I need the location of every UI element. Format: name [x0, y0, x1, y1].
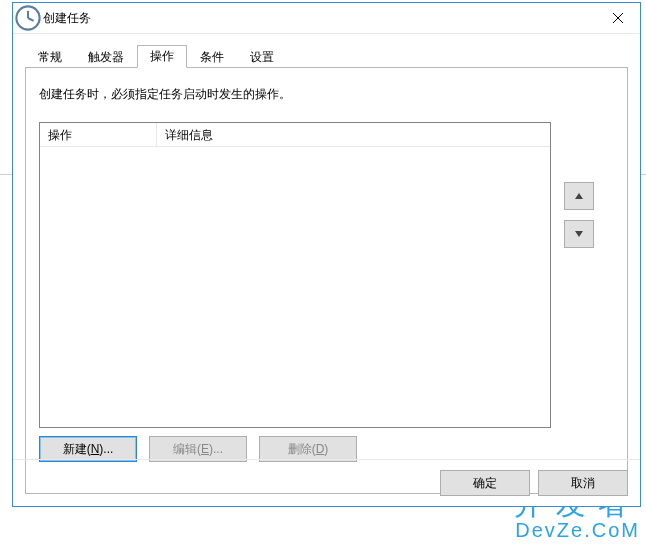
edit-button-pre: 编辑( [173, 441, 201, 458]
dialog-title: 创建任务 [43, 9, 595, 27]
close-button[interactable] [595, 3, 640, 33]
chevron-up-icon [575, 193, 583, 199]
tab-actions[interactable]: 操作 [137, 45, 187, 68]
actions-list[interactable]: 操作 详细信息 [39, 122, 551, 428]
panel-hint: 创建任务时，必须指定任务启动时发生的操作。 [39, 86, 291, 103]
delete-button-key: D [316, 442, 325, 456]
tab-strip: 常规 触发器 操作 条件 设置 [25, 46, 628, 68]
col-action[interactable]: 操作 [40, 123, 156, 146]
svg-marker-5 [575, 193, 583, 199]
new-button-post: )... [99, 442, 113, 456]
svg-marker-6 [575, 231, 583, 237]
delete-button-pre: 删除( [288, 441, 316, 458]
new-button-key: N [91, 442, 100, 456]
tab-conditions[interactable]: 条件 [187, 46, 237, 68]
actions-list-header: 操作 详细信息 [40, 123, 550, 147]
chevron-down-icon [575, 231, 583, 237]
ok-button[interactable]: 确定 [440, 470, 530, 496]
dialog-body: 常规 触发器 操作 条件 设置 创建任务时，必须指定任务启动时发生的操作。 操作… [13, 34, 640, 506]
close-icon [613, 13, 623, 23]
dialog-footer: 确定 取消 [13, 459, 640, 506]
create-task-dialog: 创建任务 常规 触发器 操作 条件 设置 创建任务时，必须指定任务启动时发生的操… [12, 2, 641, 507]
svg-line-2 [28, 18, 34, 21]
move-up-button[interactable] [564, 182, 594, 210]
new-button-pre: 新建( [63, 441, 91, 458]
move-down-button[interactable] [564, 220, 594, 248]
title-bar: 创建任务 [13, 3, 640, 34]
tab-underline [25, 67, 628, 68]
delete-button-post: ) [324, 442, 328, 456]
tab-general[interactable]: 常规 [25, 46, 75, 68]
edit-button-post: )... [209, 442, 223, 456]
col-details[interactable]: 详细信息 [156, 123, 550, 146]
tab-settings[interactable]: 设置 [237, 46, 287, 68]
reorder-buttons [564, 182, 592, 258]
actions-panel: 创建任务时，必须指定任务启动时发生的操作。 操作 详细信息 [25, 68, 628, 494]
tab-triggers[interactable]: 触发器 [75, 46, 137, 68]
edit-button-key: E [201, 442, 209, 456]
cancel-button[interactable]: 取消 [538, 470, 628, 496]
clock-icon [13, 3, 43, 33]
